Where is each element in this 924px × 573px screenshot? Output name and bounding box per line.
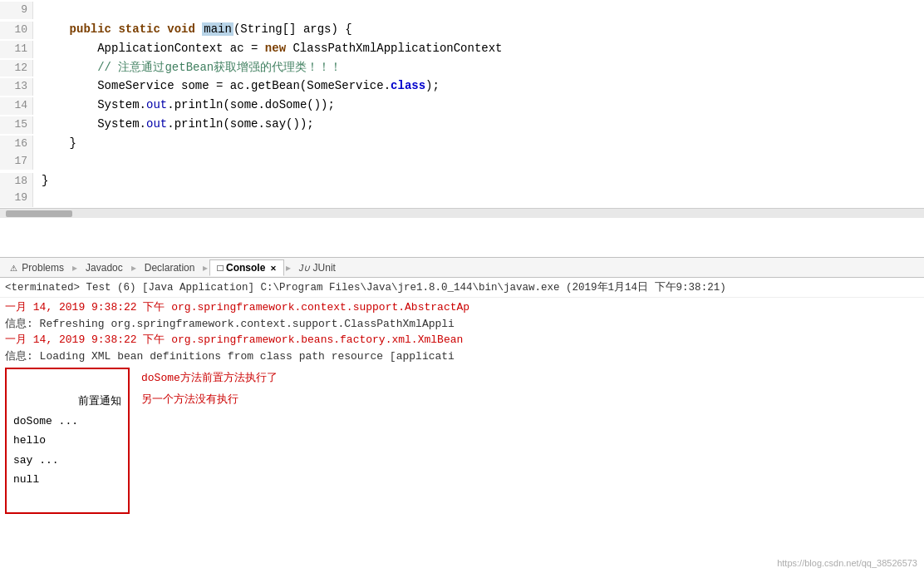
line-number: 16 <box>0 136 33 153</box>
main-container: 9 10 public static void main(String[] ar… <box>0 0 924 573</box>
code-line: 19 <box>0 190 924 208</box>
log-text: 信息: Refreshing org.springframework.conte… <box>5 318 455 330</box>
code-line: 11 ApplicationContext ac = new ClassPath… <box>0 39 924 58</box>
line-number: 18 <box>0 173 33 190</box>
line-content: } <box>33 134 924 152</box>
code-line: 17 <box>0 153 924 171</box>
tab-javadoc[interactable]: Javadoc <box>79 260 130 275</box>
line-number: 15 <box>0 116 33 134</box>
tab-junit[interactable]: J∪ JUnit <box>292 260 342 275</box>
tab-declaration[interactable]: Declaration <box>138 260 202 275</box>
tab-separator: ▸ <box>203 262 208 274</box>
line-number: 11 <box>0 41 33 58</box>
line-number: 19 <box>0 190 33 207</box>
tab-javadoc-label: Javadoc <box>86 262 123 274</box>
console-bottom: 前置通知 doSome ... hello say ... null doSom… <box>0 364 924 571</box>
code-line: 14 System.out.println(some.doSome()); <box>0 96 924 115</box>
horizontal-scrollbar[interactable] <box>0 208 924 218</box>
code-editor: 9 10 public static void main(String[] ar… <box>0 0 924 258</box>
console-log-line-4: 信息: Loading XML bean definitions from cl… <box>0 348 924 365</box>
tab-console[interactable]: □ Console ✕ <box>209 259 283 276</box>
tab-junit-text: JUnit <box>313 262 336 274</box>
tab-problems[interactable]: ⚠ Problems <box>3 260 71 275</box>
console-tab-icon: □ <box>217 262 223 274</box>
line-number: 12 <box>0 60 33 77</box>
code-line: 9 <box>0 2 924 20</box>
console-header: <terminated> Test (6) [Java Application]… <box>0 278 924 298</box>
tab-console-label: Console <box>226 262 265 274</box>
code-line: 15 System.out.println(some.say()); <box>0 115 924 134</box>
tab-close-icon: ✕ <box>270 264 277 273</box>
tab-junit-label: J∪ <box>299 263 311 273</box>
tab-separator: ▸ <box>72 262 77 274</box>
problems-icon: ⚠ <box>10 264 17 273</box>
code-line: 18 } <box>0 171 924 190</box>
code-line: 10 public static void main(String[] args… <box>0 20 924 39</box>
left-output-text: 前置通知 doSome ... hello say ... null <box>13 395 121 486</box>
line-number: 13 <box>0 78 33 96</box>
line-content: System.out.println(some.say()); <box>33 115 924 133</box>
line-content: public static void main(String[] args) { <box>33 20 924 38</box>
tab-problems-label: Problems <box>22 262 64 274</box>
right-line-2: 另一个方法没有执行 <box>141 389 278 411</box>
line-content: System.out.println(some.doSome()); <box>33 96 924 114</box>
line-content: // 注意通过getBean获取增强的代理类！！！ <box>33 58 924 77</box>
console-log-line-3: 一月 14, 2019 9:38:22 下午 org.springframewo… <box>0 332 924 348</box>
console-log-line-1: 一月 14, 2019 9:38:22 下午 org.springframewo… <box>0 299 924 316</box>
right-line-1: doSome方法前置方法执行了 <box>141 368 278 389</box>
tab-separator: ▸ <box>131 262 136 274</box>
line-number: 14 <box>0 97 33 115</box>
line-number: 9 <box>0 2 33 19</box>
console-area: ⚠ Problems ▸ Javadoc ▸ Declaration ▸ □ C… <box>0 258 924 573</box>
tab-declaration-label: Declaration <box>145 262 195 274</box>
code-line: 16 } <box>0 134 924 153</box>
log-text: 一月 14, 2019 9:38:22 下午 org.springframewo… <box>5 333 463 346</box>
console-tabs: ⚠ Problems ▸ Javadoc ▸ Declaration ▸ □ C… <box>0 258 924 278</box>
log-text: 信息: Loading XML bean definitions from cl… <box>5 350 455 363</box>
line-number: 10 <box>0 22 33 39</box>
console-output: 一月 14, 2019 9:38:22 下午 org.springframewo… <box>0 298 924 573</box>
code-line: 12 // 注意通过getBean获取增强的代理类！！！ <box>0 58 924 77</box>
log-text: 一月 14, 2019 9:38:22 下午 org.springframewo… <box>5 301 469 314</box>
line-content: } <box>33 171 924 190</box>
line-number: 17 <box>0 153 33 170</box>
line-content: SomeService some = ac.getBean(SomeServic… <box>33 77 924 95</box>
line-content: ApplicationContext ac = new ClassPathXml… <box>33 39 924 57</box>
console-log-line-2: 信息: Refreshing org.springframework.conte… <box>0 316 924 333</box>
code-line: 13 SomeService some = ac.getBean(SomeSer… <box>0 77 924 96</box>
console-header-text: <terminated> Test (6) [Java Application]… <box>5 282 726 294</box>
watermark: https://blog.csdn.net/qq_38526573 <box>777 558 917 568</box>
code-lines: 9 10 public static void main(String[] ar… <box>0 0 924 208</box>
watermark-text: https://blog.csdn.net/qq_38526573 <box>777 558 917 568</box>
scrollbar-thumb[interactable] <box>6 210 72 217</box>
output-left-box: 前置通知 doSome ... hello say ... null <box>5 368 130 514</box>
output-right-text: doSome方法前置方法执行了 另一个方法没有执行 <box>135 364 284 571</box>
tab-separator: ▸ <box>286 262 291 274</box>
